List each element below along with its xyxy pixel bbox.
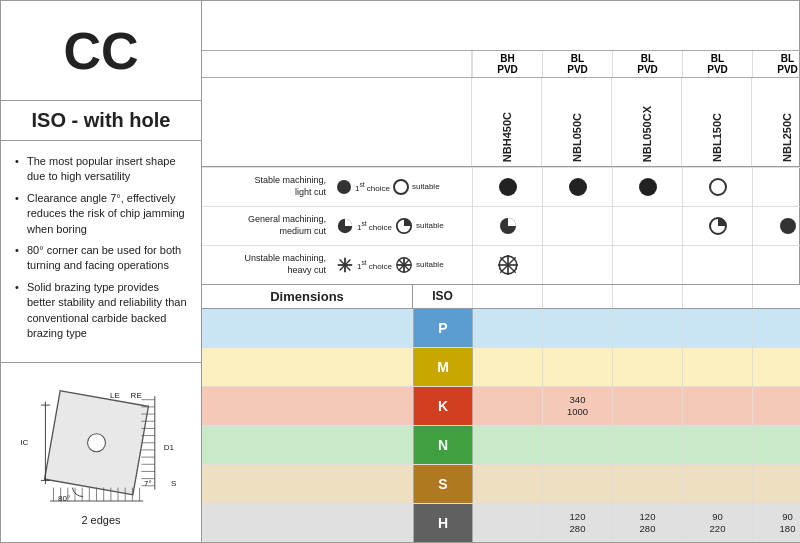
- dimensions-label: Dimensions: [202, 285, 412, 308]
- stable-data-cells: [472, 168, 800, 206]
- s-cell-3: [683, 465, 753, 503]
- m-cell-0: [473, 348, 543, 386]
- general-data-cells: [472, 207, 800, 245]
- p-cell-0: [473, 309, 543, 347]
- material-label-m: M: [413, 348, 473, 386]
- choice-icons-unstable: 1st choice suitable: [332, 254, 472, 276]
- svg-point-1: [88, 433, 106, 451]
- product-nbl050c: NBL050C: [542, 78, 612, 166]
- iso-title-area: ISO - with hole: [1, 101, 201, 141]
- iso-title: ISO - with hole: [32, 109, 171, 131]
- main-container: CC ISO - with hole The most popular inse…: [0, 0, 800, 543]
- material-row-k: K 3401000: [202, 387, 800, 426]
- choice-icons-general: 1st choice suitable: [332, 215, 472, 237]
- m-cell-2: [613, 348, 683, 386]
- k-data-cells: 3401000: [473, 387, 800, 425]
- n-cell-2: [613, 426, 683, 464]
- s-data-cells: [473, 465, 800, 503]
- material-row-n: N: [202, 426, 800, 465]
- svg-point-44: [569, 178, 587, 196]
- svg-point-43: [499, 178, 517, 196]
- material-label-p: P: [413, 309, 473, 347]
- m-cell-3: [683, 348, 753, 386]
- svg-point-46: [710, 179, 726, 195]
- material-label-k: K: [413, 387, 473, 425]
- material-row-p: P: [202, 309, 800, 348]
- left-panel: CC ISO - with hole The most popular inse…: [1, 1, 202, 542]
- product-nbl050cx: NBL050CX: [612, 78, 682, 166]
- material-label-h: H: [413, 504, 473, 542]
- machining-label-stable: Stable machining,light cut: [202, 173, 332, 200]
- k-cell-4: [753, 387, 800, 425]
- suitable-star-icon: [395, 256, 413, 274]
- suitable-label-stable: suitable: [412, 182, 440, 191]
- choice-icons-stable: 1st choice suitable: [332, 177, 472, 197]
- machining-area: Stable machining,light cut 1st choice su…: [202, 167, 800, 285]
- general-cell-3: [683, 207, 753, 245]
- p-cell-2: [613, 309, 683, 347]
- s-spacer: [202, 465, 413, 503]
- h-cell-4: 90180: [753, 504, 800, 542]
- h-cell-0: [473, 504, 543, 542]
- two-edges-label: 2 edges: [81, 514, 120, 526]
- material-row-m: M: [202, 348, 800, 387]
- h-cell-3: 90220: [683, 504, 753, 542]
- svg-point-45: [639, 178, 657, 196]
- unstable-cell-4: [753, 246, 800, 284]
- product-label-0: NBH450C: [501, 112, 513, 162]
- machining-label-unstable: Unstable machining,heavy cut: [202, 251, 332, 278]
- stable-cell-2: [613, 168, 683, 206]
- h-cell-2: 120280: [613, 504, 683, 542]
- bullet-points: The most popular insert shape due to hig…: [1, 141, 201, 362]
- first-choice-filled-icon: [336, 179, 352, 195]
- product-nbh450c: NBH450C: [472, 78, 542, 166]
- right-panel: BH: High volume CBN BL: Low volume CBN P…: [202, 1, 800, 542]
- unstable-cell-0: [473, 246, 543, 284]
- cc-title: CC: [63, 21, 138, 81]
- general-cell-4: [753, 207, 800, 245]
- first-choice-gear-icon: [336, 217, 354, 235]
- dimensions-area: Dimensions ISO P: [202, 285, 800, 542]
- n-cell-3: [683, 426, 753, 464]
- h-cell-1: 120280: [543, 504, 613, 542]
- stable-cell-0: [473, 168, 543, 206]
- product-nbl150c: NBL150C: [682, 78, 752, 166]
- p-cell-1: [543, 309, 613, 347]
- m-cell-4: [753, 348, 800, 386]
- m-spacer: [202, 348, 413, 386]
- general-cell-1: [543, 207, 613, 245]
- insert-diagram: IC LE RE D1 7° S 80°: [11, 380, 191, 510]
- k-spacer: [202, 387, 413, 425]
- k-cell-2: [613, 387, 683, 425]
- stable-cell-3: [683, 168, 753, 206]
- material-rows: P M: [202, 309, 800, 542]
- n-cell-0: [473, 426, 543, 464]
- legend-row: BH: High volume CBN BL: Low volume CBN P…: [202, 1, 800, 50]
- n-cell-1: [543, 426, 613, 464]
- material-row-h: H 120280 120280 90220 90180 60180 60150: [202, 504, 800, 542]
- product-nbl250c: NBL250C: [752, 78, 800, 166]
- col-bl-pvd-3: BLPVD: [683, 51, 753, 77]
- m-data-cells: [473, 348, 800, 386]
- material-label-s: S: [413, 465, 473, 503]
- svg-point-51: [780, 218, 796, 234]
- svg-text:7°: 7°: [144, 478, 152, 487]
- k-cell-1: 3401000: [543, 387, 613, 425]
- n-cell-4: [753, 426, 800, 464]
- machining-label-general: General machining,medium cut: [202, 212, 332, 239]
- material-row-s: S: [202, 465, 800, 504]
- first-choice-star-icon: [336, 256, 354, 274]
- product-label-4: NBL250C: [781, 113, 793, 162]
- machining-row-unstable: Unstable machining,heavy cut 1st choice: [202, 245, 800, 284]
- diagram-area: IC LE RE D1 7° S 80° 2 edges: [1, 362, 201, 542]
- col-bl-pvd-1: BLPVD: [543, 51, 613, 77]
- general-cell-0: [473, 207, 543, 245]
- col-bl-pvd-4: BLPVD: [753, 51, 800, 77]
- first-choice-label-unstable: 1st choice: [357, 259, 392, 271]
- n-data-cells: [473, 426, 800, 464]
- col-bh-pvd: BHPVD: [473, 51, 543, 77]
- s-cell-1: [543, 465, 613, 503]
- product-label-2: NBL050CX: [641, 106, 653, 162]
- suitable-label-general: suitable: [416, 221, 444, 230]
- material-label-n: N: [413, 426, 473, 464]
